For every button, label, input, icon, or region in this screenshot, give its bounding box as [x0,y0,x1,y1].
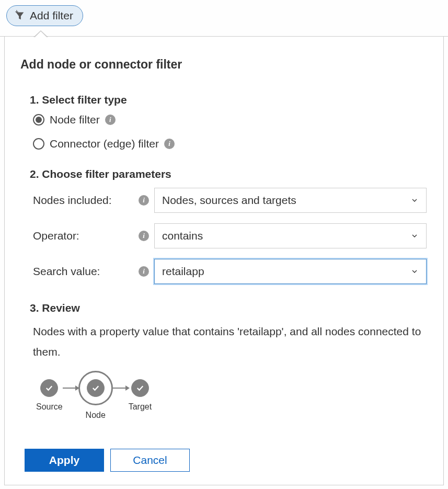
review-text: Nodes with a property value that contain… [33,322,428,362]
operator-value: contains [162,230,203,242]
check-circle-icon [87,379,105,397]
info-icon[interactable]: i [105,115,116,125]
info-icon[interactable]: i [139,231,149,241]
check-circle-big-icon [78,371,113,405]
button-row: Apply Cancel [25,449,428,472]
radio-icon [33,114,44,126]
param-search-value: Search value: i retailapp [33,259,428,284]
radio-connector-label: Connector (edge) filter [50,138,159,150]
top-bar: + Add filter [0,0,448,37]
section-filter-type: 1. Select filter type Node filter i Conn… [20,94,428,150]
arrow-icon [113,388,129,389]
chevron-down-icon [410,267,419,276]
diagram-target: Target [129,379,152,412]
radio-icon [33,138,44,150]
diagram-target-label: Target [129,402,152,412]
diagram-source-label: Source [36,402,63,412]
param-operator: Operator: i contains [33,223,428,248]
radio-node-filter[interactable]: Node filter i [33,113,428,126]
search-value-select[interactable]: retailapp [154,259,427,284]
info-icon[interactable]: i [164,139,175,149]
chevron-down-icon [410,196,419,204]
section1-title: 1. Select filter type [30,94,428,106]
check-circle-icon [40,379,58,397]
operator-label: Operator: [33,230,133,242]
arrow-icon [63,388,78,389]
radio-node-label: Node filter [50,113,100,126]
section-review: 3. Review Nodes with a property value th… [20,302,428,420]
filter-panel: Add node or connector filter 1. Select f… [4,37,444,485]
add-filter-button[interactable]: + Add filter [6,5,83,26]
section3-title: 3. Review [30,302,428,314]
check-circle-icon [131,379,149,397]
apply-button[interactable]: Apply [25,449,104,472]
info-icon[interactable]: i [139,266,149,277]
add-filter-label: Add filter [30,9,73,22]
nodes-included-value: Nodes, sources and targets [162,194,296,207]
chevron-down-icon [410,232,419,240]
param-nodes-included: Nodes included: i Nodes, sources and tar… [33,188,428,213]
search-value-label: Search value: [33,265,133,278]
nodes-included-label: Nodes included: [33,194,133,207]
operator-select[interactable]: contains [154,223,427,248]
diagram-source: Source [36,379,63,412]
diagram-node-label: Node [86,411,106,420]
funnel-icon: + [14,10,26,21]
info-icon[interactable]: i [139,195,149,206]
review-diagram: Source Node Target [36,371,428,420]
search-value-value: retailapp [162,265,204,278]
nodes-included-select[interactable]: Nodes, sources and targets [154,188,427,213]
cancel-button[interactable]: Cancel [110,449,190,472]
callout-arrow [33,30,48,37]
section2-title: 2. Choose filter parameters [30,168,428,180]
panel-title: Add node or connector filter [20,58,428,72]
radio-connector-filter[interactable]: Connector (edge) filter i [33,138,428,150]
diagram-node: Node [78,371,113,420]
section-parameters: 2. Choose filter parameters Nodes includ… [20,168,428,284]
